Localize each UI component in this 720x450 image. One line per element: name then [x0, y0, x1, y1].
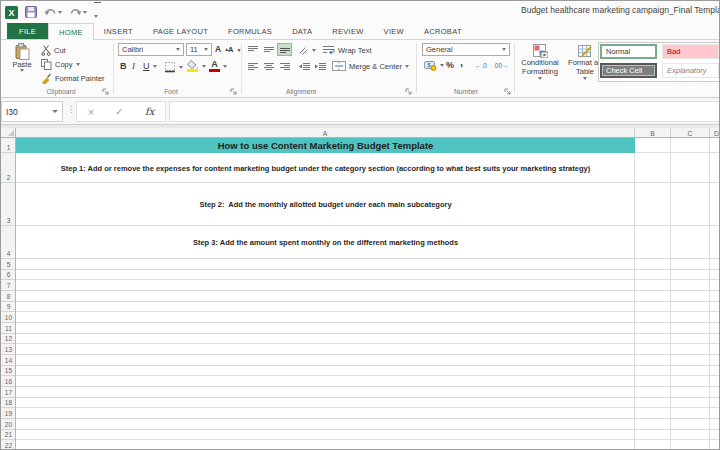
formula-input[interactable]	[169, 101, 720, 122]
tab-page-layout[interactable]: PAGE LAYOUT	[143, 23, 218, 39]
row-header-5[interactable]: 5	[1, 259, 16, 270]
increase-indent-button[interactable]	[313, 60, 328, 73]
excel-logo-icon[interactable]: X	[5, 6, 18, 19]
row-header-17[interactable]: 17	[1, 387, 16, 398]
tab-home[interactable]: HOME	[48, 23, 94, 40]
name-box-dropdown-icon[interactable]	[52, 110, 58, 113]
name-box[interactable]: I30	[1, 101, 63, 122]
cut-button[interactable]: Cut	[41, 45, 66, 56]
font-size-select[interactable]: 11	[186, 43, 212, 56]
column-header-B[interactable]: B	[635, 128, 671, 138]
redo-icon[interactable]	[69, 7, 87, 17]
align-right-button[interactable]	[277, 60, 292, 73]
save-icon[interactable]	[25, 6, 37, 18]
row-header-10[interactable]: 10	[1, 312, 16, 323]
cell-style-explanatory[interactable]: Explanatory	[662, 63, 719, 78]
align-bottom-button[interactable]	[277, 43, 292, 56]
tab-data[interactable]: DATA	[282, 23, 322, 39]
row-header-8[interactable]: 8	[1, 291, 16, 302]
row-header-13[interactable]: 13	[1, 344, 16, 355]
bold-button[interactable]: B	[120, 61, 127, 71]
cell-A4[interactable]: Step 3: Add the amount spent monthly on …	[16, 226, 635, 259]
row-header-12[interactable]: 12	[1, 334, 16, 345]
orientation-dropdown-icon[interactable]	[312, 49, 316, 52]
cell-A1[interactable]: How to use Content Marketing Budget Temp…	[16, 138, 635, 153]
tab-formulas[interactable]: FORMULAS	[218, 23, 282, 39]
copy-dropdown-icon[interactable]	[76, 63, 80, 66]
increase-decimal-button[interactable]: ←.0	[475, 62, 487, 69]
insert-function-button[interactable]: fx	[145, 106, 154, 117]
row-header-14[interactable]: 14	[1, 355, 16, 366]
underline-dropdown-icon[interactable]	[153, 65, 157, 68]
paste-button[interactable]: Paste	[7, 43, 37, 72]
row-header-20[interactable]: 20	[1, 419, 16, 430]
select-all-button[interactable]	[1, 128, 16, 138]
conditional-formatting-dropdown-icon[interactable]	[538, 77, 542, 80]
italic-button[interactable]: I	[132, 61, 135, 71]
undo-icon[interactable]	[44, 7, 62, 17]
tab-acrobat[interactable]: ACROBAT	[414, 23, 472, 39]
align-center-button[interactable]	[261, 60, 276, 73]
underline-button[interactable]: U	[143, 61, 157, 71]
font-dialog-launcher-icon[interactable]	[230, 88, 237, 95]
cell-style-normal[interactable]: Normal	[600, 44, 657, 59]
undo-dropdown-icon[interactable]	[58, 11, 62, 14]
customize-quick-access-icon[interactable]	[94, 2, 101, 23]
merge-center-dropdown-icon[interactable]	[405, 65, 409, 68]
accounting-format-button[interactable]: $	[424, 60, 444, 71]
font-name-select[interactable]: Calibri	[118, 43, 184, 56]
decrease-indent-button[interactable]	[297, 60, 312, 73]
row-header-2[interactable]: 2	[1, 153, 16, 183]
cell-A3[interactable]: Step 2: Add the monthly allotted budget …	[16, 183, 635, 226]
align-top-button[interactable]	[245, 43, 260, 56]
borders-dropdown-icon[interactable]	[179, 66, 183, 69]
borders-button[interactable]	[164, 61, 183, 73]
row-header-1[interactable]: 1	[1, 138, 16, 153]
number-format-select[interactable]: General	[422, 43, 510, 56]
row-header-7[interactable]: 7	[1, 280, 16, 291]
conditional-formatting-button[interactable]: ≠ Conditional Formatting	[517, 44, 563, 80]
tab-insert[interactable]: INSERT	[94, 23, 143, 39]
column-header-A[interactable]: A	[16, 128, 635, 138]
row-header-15[interactable]: 15	[1, 366, 16, 377]
tab-review[interactable]: REVIEW	[322, 23, 373, 39]
row-header-4[interactable]: 4	[1, 226, 16, 259]
alignment-dialog-launcher-icon[interactable]	[405, 88, 412, 95]
orientation-button[interactable]	[298, 45, 316, 55]
column-header-D[interactable]: D	[710, 128, 720, 138]
merge-center-button[interactable]: Merge & Center	[332, 61, 409, 71]
cell-style-bad[interactable]: Bad	[662, 44, 719, 59]
row-header-19[interactable]: 19	[1, 408, 16, 419]
paste-dropdown-icon[interactable]	[20, 69, 24, 72]
row-header-18[interactable]: 18	[1, 398, 16, 409]
number-dialog-launcher-icon[interactable]	[504, 88, 511, 95]
row-header-16[interactable]: 16	[1, 376, 16, 387]
font-color-button[interactable]: A	[209, 60, 227, 72]
font-color-dropdown-icon[interactable]	[223, 65, 227, 68]
tab-file[interactable]: FILE	[7, 23, 48, 39]
cancel-button[interactable]: ×	[88, 106, 94, 118]
accounting-dropdown-icon[interactable]	[440, 64, 444, 67]
enter-button[interactable]: ✓	[115, 106, 123, 117]
cell-style-check[interactable]: Check Cell	[600, 63, 657, 78]
wrap-text-button[interactable]: Wrap Text	[323, 45, 372, 55]
row-header-22[interactable]: 22	[1, 440, 16, 450]
row-header-6[interactable]: 6	[1, 270, 16, 281]
row-header-3[interactable]: 3	[1, 183, 16, 226]
clipboard-dialog-launcher-icon[interactable]	[102, 88, 109, 95]
row-header-21[interactable]: 21	[1, 430, 16, 441]
row-header-11[interactable]: 11	[1, 323, 16, 334]
format-painter-button[interactable]: Format Painter	[41, 73, 105, 84]
row-header-9[interactable]: 9	[1, 302, 16, 313]
comma-style-button[interactable]: ,	[460, 56, 463, 68]
percent-style-button[interactable]: %	[446, 60, 454, 70]
align-left-button[interactable]	[245, 60, 260, 73]
shrink-font-button[interactable]: A▼	[228, 45, 241, 54]
column-header-C[interactable]: C	[671, 128, 710, 138]
format-as-table-dropdown-icon[interactable]	[583, 77, 587, 80]
grow-font-button[interactable]: A▲	[215, 44, 229, 54]
cell-A2[interactable]: Step 1: Add or remove the expenses for c…	[16, 153, 635, 183]
decrease-decimal-button[interactable]: .00→	[493, 62, 509, 69]
align-middle-button[interactable]	[261, 43, 276, 56]
copy-button[interactable]: Copy	[41, 59, 80, 70]
